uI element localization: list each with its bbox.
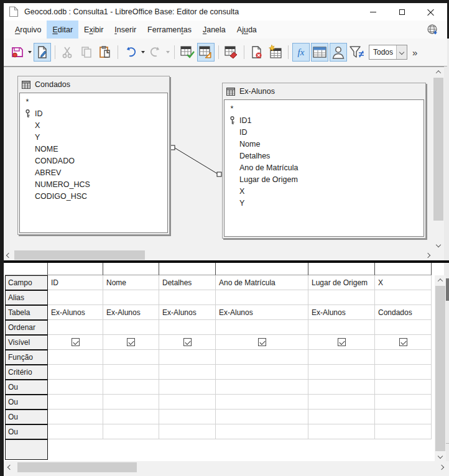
- field-row[interactable]: Y: [224, 197, 424, 209]
- grid-cell[interactable]: [375, 365, 432, 380]
- visible-checkbox[interactable]: [127, 338, 135, 346]
- grid-cell[interactable]: [308, 410, 375, 424]
- grid-cell[interactable]: [48, 395, 103, 410]
- chevron-down-icon[interactable]: [396, 45, 407, 59]
- grid-cell[interactable]: [216, 335, 308, 350]
- visible-checkbox[interactable]: [338, 338, 346, 346]
- column-header[interactable]: [159, 263, 216, 275]
- grid-cell[interactable]: Ex-Alunos: [159, 305, 216, 320]
- grid-cell[interactable]: Ex-Alunos: [103, 305, 159, 320]
- grid-cell[interactable]: Ex-Alunos: [216, 305, 308, 320]
- undo-button[interactable]: [122, 43, 139, 62]
- grid-cell[interactable]: [216, 410, 308, 424]
- field-row[interactable]: Detalhes: [224, 150, 424, 162]
- menu-ferramentas[interactable]: Ferramentas: [142, 21, 197, 39]
- grid-cell[interactable]: [159, 350, 216, 365]
- grid-cell[interactable]: [103, 335, 159, 350]
- field-row[interactable]: *: [20, 96, 167, 108]
- remove-button[interactable]: [248, 43, 266, 62]
- visible-checkbox[interactable]: [183, 338, 192, 346]
- column-header[interactable]: [216, 263, 308, 275]
- grid-cell[interactable]: [308, 424, 375, 439]
- grid-cell[interactable]: [308, 380, 375, 395]
- grid-cell[interactable]: [216, 424, 308, 439]
- functions-button[interactable]: fx: [292, 43, 310, 62]
- field-row[interactable]: X: [20, 119, 167, 131]
- grid-cell[interactable]: [159, 290, 216, 305]
- menu-arquivo[interactable]: Arquivo: [9, 21, 47, 39]
- paste-button[interactable]: [96, 43, 114, 62]
- scrollbar-thumb[interactable]: [14, 250, 145, 260]
- field-row[interactable]: Y: [20, 131, 167, 143]
- menu-janela[interactable]: Janela: [197, 21, 231, 39]
- run-query-button[interactable]: [178, 43, 196, 62]
- design-hscrollbar[interactable]: [4, 250, 444, 260]
- field-row[interactable]: ID: [20, 108, 167, 119]
- grid-cell[interactable]: Nome: [103, 275, 159, 290]
- field-row[interactable]: X: [224, 185, 424, 197]
- grid-corner-cell[interactable]: [5, 263, 48, 275]
- grid-vscrollbar[interactable]: [435, 275, 446, 461]
- design-vscrollbar[interactable]: [433, 67, 444, 250]
- tablebox-header[interactable]: Ex-Alunos: [223, 83, 425, 99]
- grid-cell[interactable]: [308, 320, 375, 335]
- cut-button[interactable]: [59, 43, 76, 62]
- scroll-up-button[interactable]: [433, 67, 444, 77]
- column-header[interactable]: [375, 263, 432, 275]
- grid-cell[interactable]: [103, 320, 159, 335]
- grid-cell[interactable]: [48, 380, 103, 395]
- field-row[interactable]: *: [224, 103, 424, 114]
- field-row[interactable]: CONDADO: [20, 155, 167, 167]
- grid-cell[interactable]: [103, 365, 159, 380]
- grid-cell[interactable]: [308, 290, 375, 305]
- scrollbar-thumb[interactable]: [435, 286, 445, 451]
- visible-checkbox[interactable]: [258, 338, 266, 346]
- grid-cell[interactable]: [48, 290, 103, 305]
- grid-cell[interactable]: [308, 335, 375, 350]
- grid-cell[interactable]: [375, 410, 432, 424]
- clear-query-button[interactable]: [223, 43, 240, 62]
- grid-cell[interactable]: [159, 410, 216, 424]
- update-globe-icon[interactable]: [427, 24, 439, 36]
- menu-editar[interactable]: Editar: [47, 21, 78, 39]
- field-row[interactable]: ID1: [224, 114, 424, 126]
- grid-cell[interactable]: [48, 365, 103, 380]
- grid-cell[interactable]: [48, 320, 103, 335]
- visible-checkbox[interactable]: [399, 338, 407, 346]
- alias-button[interactable]: [330, 43, 347, 62]
- grid-cell[interactable]: [375, 320, 432, 335]
- tablebox-condados[interactable]: Condados * ID X Y NOME CONDADO ABREV NUM…: [17, 76, 170, 235]
- grid-cell[interactable]: [103, 290, 159, 305]
- grid-cell[interactable]: [159, 335, 216, 350]
- scroll-right-button[interactable]: [437, 461, 447, 474]
- grid-cell[interactable]: [216, 320, 308, 335]
- add-table-button[interactable]: [267, 43, 284, 62]
- scroll-left-button[interactable]: [5, 461, 15, 474]
- menu-inserir[interactable]: Inserir: [109, 21, 142, 39]
- close-button[interactable]: [416, 3, 445, 21]
- grid-cell[interactable]: [375, 380, 432, 395]
- column-header[interactable]: [308, 263, 375, 275]
- grid-cell[interactable]: [159, 395, 216, 410]
- menu-exibir[interactable]: Exibir: [78, 21, 109, 39]
- maximize-button[interactable]: [387, 3, 416, 21]
- scroll-right-button[interactable]: [423, 250, 433, 260]
- column-header[interactable]: [103, 263, 159, 275]
- limit-dropdown[interactable]: Todos: [369, 45, 407, 60]
- grid-cell[interactable]: Ano de Matrícula: [216, 275, 308, 290]
- grid-cell[interactable]: [159, 365, 216, 380]
- grid-cell[interactable]: [216, 350, 308, 365]
- undo-dropdown[interactable]: [140, 43, 146, 62]
- grid-cell[interactable]: [103, 395, 159, 410]
- table-name-button[interactable]: [311, 43, 328, 62]
- redo-button[interactable]: [147, 43, 164, 62]
- grid-cell[interactable]: [216, 380, 308, 395]
- grid-cell[interactable]: [308, 395, 375, 410]
- tablebox-ex-alunos[interactable]: Ex-Alunos * ID1 ID Nome Detalhes Ano de …: [222, 83, 426, 239]
- grid-cell[interactable]: X: [375, 275, 432, 290]
- grid-cell[interactable]: [159, 320, 216, 335]
- grid-cell[interactable]: [216, 290, 308, 305]
- grid-cell[interactable]: [103, 350, 159, 365]
- save-button[interactable]: [9, 43, 26, 62]
- grid-cell[interactable]: Detalhes: [159, 275, 216, 290]
